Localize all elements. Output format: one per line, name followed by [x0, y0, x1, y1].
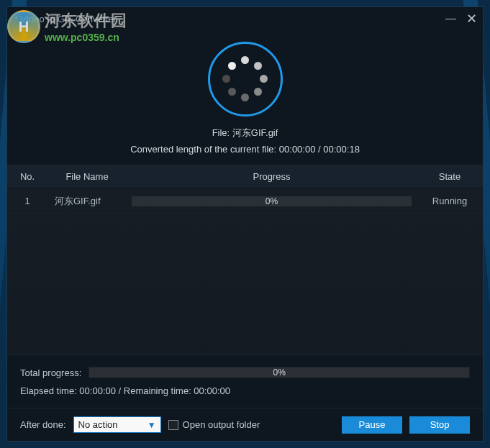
current-file-label: File: 河东GIF.gif [212, 127, 278, 140]
after-done-value: No action [78, 419, 118, 430]
total-progress-label: Total progress: [20, 367, 81, 378]
after-done-select[interactable]: No action ▼ [73, 416, 161, 433]
cell-filename: 河东GIF.gif [47, 195, 127, 208]
titlebar[interactable]: * Video to GIF Converter — ✕ [7, 7, 483, 30]
checkbox-icon [168, 420, 178, 430]
col-header-state: State [417, 171, 483, 182]
chevron-down-icon: ▼ [148, 420, 156, 430]
minimize-icon[interactable]: — [445, 12, 456, 25]
window-title: * Video to GIF Converter [14, 14, 117, 24]
col-header-no: No. [7, 171, 47, 182]
table-row[interactable]: 1 河东GIF.gif 0% Running [7, 188, 483, 214]
file-table: No. File Name Progress State 1 河东GIF.gif… [7, 165, 483, 355]
total-progress-text: 0% [273, 367, 285, 378]
progress-hero: File: 河东GIF.gif Converted length of the … [7, 30, 483, 165]
app-window: H 河东软件园 www.pc0359.cn * Video to GIF Con… [6, 6, 484, 442]
col-header-progress: Progress [127, 171, 417, 182]
stop-button[interactable]: Stop [409, 416, 470, 434]
col-header-name: File Name [47, 171, 127, 182]
table-body: 1 河东GIF.gif 0% Running [7, 188, 483, 355]
table-header: No. File Name Progress State [7, 165, 483, 188]
open-output-folder-checkbox[interactable]: Open output folder [168, 419, 260, 430]
summary-section: Total progress: 0% Elapsed time: 00:00:0… [7, 355, 483, 408]
time-info: Elapsed time: 00:00:00 / Remaining time:… [20, 385, 470, 396]
row-progress-text: 0% [266, 196, 278, 206]
after-done-label: After done: [20, 419, 66, 430]
cell-state: Running [417, 196, 483, 206]
footer-bar: After done: No action ▼ Open output fold… [7, 408, 483, 441]
pause-button[interactable]: Pause [342, 416, 402, 434]
spinner-icon [208, 42, 283, 116]
converted-length-label: Converted length of the current file: 00… [130, 144, 360, 155]
open-output-folder-label: Open output folder [183, 419, 260, 430]
close-icon[interactable]: ✕ [466, 12, 477, 25]
total-progress-bar: 0% [89, 367, 470, 378]
cell-no: 1 [7, 196, 47, 206]
row-progress-bar: 0% [131, 196, 412, 207]
